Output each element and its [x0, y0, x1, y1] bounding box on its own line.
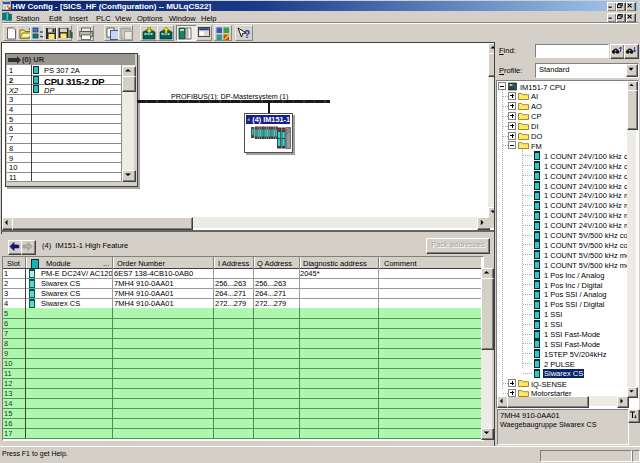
svg-text:?: ? — [244, 29, 250, 40]
